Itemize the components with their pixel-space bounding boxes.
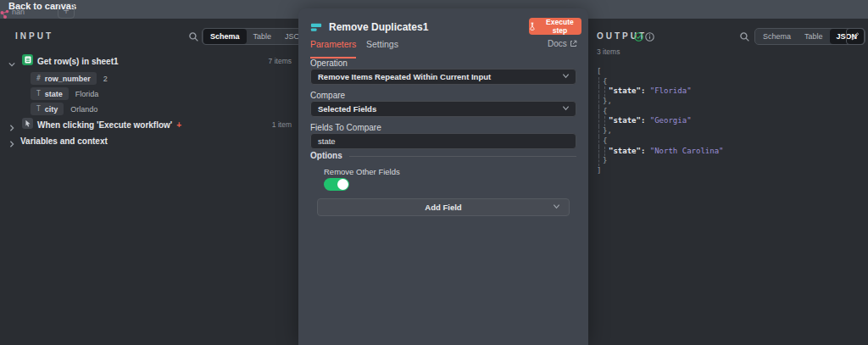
input-node-name: Variables and context (20, 136, 108, 146)
chevron-down-icon (562, 72, 570, 81)
input-node-count: 1 item (272, 120, 292, 129)
input-view-mode-toggle: Schema Table JSON (202, 28, 314, 45)
input-mode-table[interactable]: Table (247, 29, 279, 44)
input-panel-title: INPUT (15, 31, 53, 41)
input-node-name: Get row(s) in sheet1 (37, 57, 119, 66)
input-node-manual-trigger[interactable]: When clicking 'Execute workflow'+ 1 item (0, 118, 298, 131)
chevron-right-icon[interactable] (8, 136, 15, 151)
field-key: row_number (45, 75, 91, 83)
operation-label: Operation (310, 58, 348, 68)
number-type-icon: # (36, 75, 41, 82)
tab-parameters[interactable]: Parameters (310, 39, 356, 58)
input-node-count: 7 items (269, 57, 292, 65)
fields-to-compare-input[interactable]: state (310, 133, 576, 149)
options-heading: Options (310, 151, 342, 160)
node-detail-modal: Remove Duplicates1 Execute step Paramete… (298, 8, 588, 345)
input-node-get-rows[interactable]: Get row(s) in sheet1 7 items (0, 54, 298, 68)
flask-icon (529, 22, 536, 31)
field-pill: T state (31, 87, 69, 100)
sheet-icon (22, 54, 33, 65)
compare-select[interactable]: Selected Fields (310, 101, 576, 117)
json-viewer[interactable]: [{"state": "Florida"},{"state": "Georgia… (597, 67, 723, 176)
field-value: Florida (75, 90, 99, 98)
json-line: "state": "North Carolina" (597, 147, 723, 157)
toggle-knob (337, 179, 348, 190)
compare-label: Compare (310, 91, 345, 100)
chevron-right-icon[interactable] (8, 120, 15, 135)
json-line: { (597, 107, 723, 117)
execute-step-button[interactable]: Execute step (529, 18, 581, 35)
input-panel: INPUT Schema Table JSON Get row(s) in sh… (0, 19, 298, 345)
output-panel: OUTPUT Schema Table JSON 3 items [{"stat… (588, 19, 868, 345)
json-line: { (597, 136, 723, 147)
tab-settings[interactable]: Settings (366, 39, 398, 57)
remove-other-fields-label: Remove Other Fields (324, 167, 400, 176)
schema-field-row-number[interactable]: # row_number 2 (31, 72, 108, 85)
json-line: { (597, 77, 723, 87)
json-line: "state": "Florida" (597, 86, 723, 97)
output-mode-table[interactable]: Table (798, 29, 830, 44)
chevron-down-icon[interactable] (8, 56, 15, 71)
json-line: ] (597, 166, 723, 176)
schema-field-state[interactable]: T state Florida (31, 87, 98, 100)
search-icon[interactable] (739, 31, 750, 46)
field-pill: T city (31, 103, 64, 115)
chevron-down-icon (562, 104, 570, 114)
app-window: nan Back to canvas + INPUT Schema Table … (0, 0, 868, 345)
field-key: state (45, 90, 63, 98)
info-icon[interactable] (645, 30, 654, 45)
field-value: 2 (103, 75, 108, 83)
add-button[interactable]: + (58, 3, 75, 19)
json-line: [ (597, 67, 723, 77)
input-mode-schema[interactable]: Schema (203, 29, 247, 44)
add-field-button[interactable]: Add Field (317, 198, 570, 216)
edit-output-button[interactable] (846, 28, 865, 45)
json-line: }, (597, 97, 723, 107)
success-check-icon (634, 30, 643, 45)
output-items-count: 3 items (597, 47, 620, 56)
string-type-icon: T (36, 105, 41, 113)
fields-to-compare-label: Fields To Compare (310, 123, 381, 132)
string-type-icon: T (36, 90, 41, 97)
cursor-icon (22, 118, 33, 129)
search-icon[interactable] (188, 31, 199, 46)
external-link-icon (570, 40, 577, 47)
chevron-down-icon (553, 203, 560, 212)
field-value: Orlando (70, 105, 97, 114)
json-line: "state": "Georgia" (597, 116, 723, 126)
node-title: Remove Duplicates1 (329, 21, 428, 33)
field-pill: # row_number (31, 72, 97, 85)
trigger-marker: + (176, 120, 181, 130)
json-line: } (597, 156, 723, 166)
json-line: }, (597, 126, 723, 136)
input-node-variables[interactable]: Variables and context (0, 134, 298, 147)
remove-other-fields-toggle[interactable] (324, 178, 349, 191)
schema-field-city[interactable]: T city Orlando (31, 103, 97, 115)
operation-select[interactable]: Remove Items Repeated Within Current Inp… (310, 69, 576, 85)
input-node-name: When clicking 'Execute workflow'+ (37, 120, 181, 130)
remove-duplicates-node-icon (310, 20, 323, 36)
options-divider (349, 156, 576, 157)
field-key: city (45, 105, 58, 114)
docs-link[interactable]: Docs (548, 39, 577, 48)
output-mode-schema[interactable]: Schema (756, 29, 798, 44)
